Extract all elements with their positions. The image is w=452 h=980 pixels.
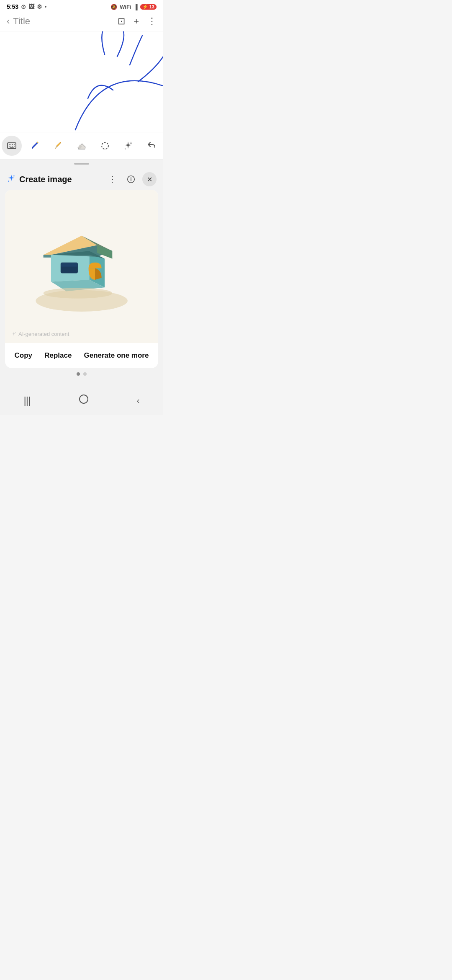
bottom-panel: Create image ⋮ ✕ <box>0 167 163 388</box>
screenshot-icon: ⊙ <box>21 3 26 10</box>
status-time: 5:53 <box>7 3 18 10</box>
ai-label: AI-generated content <box>18 331 69 337</box>
wifi-icon: WiFi <box>120 4 131 10</box>
eraser-tool[interactable] <box>72 136 92 156</box>
generated-image: AI-generated content <box>5 190 158 343</box>
header-right: ⊡ + ⋮ <box>118 16 157 27</box>
dot-2 <box>83 372 87 376</box>
panel-close-button[interactable]: ✕ <box>142 172 157 186</box>
panel-title-wrap: Create image <box>7 174 72 185</box>
image-card: AI-generated content Copy Replace Genera… <box>5 190 158 368</box>
copy-button[interactable]: Copy <box>15 351 33 360</box>
panel-actions: ⋮ ✕ <box>105 172 157 186</box>
svg-rect-17 <box>61 263 77 267</box>
replace-button[interactable]: Replace <box>44 351 72 360</box>
svg-point-11 <box>102 142 108 149</box>
panel-more-button[interactable]: ⋮ <box>105 172 120 186</box>
book-icon[interactable]: ⊡ <box>118 16 125 27</box>
page-title: Title <box>13 16 30 27</box>
more-icon[interactable]: ⋮ <box>147 16 157 27</box>
bottom-nav: ||| ‹ <box>0 388 163 415</box>
recents-button[interactable]: ||| <box>24 395 31 406</box>
panel-header: Create image ⋮ ✕ <box>5 167 158 190</box>
home-button[interactable] <box>78 393 90 407</box>
pen-tool[interactable] <box>25 136 45 156</box>
undo-tool[interactable] <box>141 136 162 156</box>
highlighter-tool[interactable] <box>48 136 68 156</box>
status-left: 5:53 ⊙ 🖼 ⚙ • <box>7 3 46 10</box>
mute-icon: 🔕 <box>110 4 117 10</box>
back-button[interactable]: ‹ <box>7 17 10 26</box>
header-left: ‹ Title <box>7 16 30 27</box>
dot-1 <box>77 372 80 376</box>
card-actions: Copy Replace Generate one more <box>5 343 158 368</box>
svg-rect-19 <box>80 395 88 403</box>
settings-icon-status: ⚙ <box>37 3 42 10</box>
lasso-tool[interactable] <box>95 136 115 156</box>
panel-sparkle-icon <box>7 174 16 185</box>
ai-watermark: AI-generated content <box>11 331 69 337</box>
canvas-area <box>0 31 163 132</box>
lightning-icon: ⚡ 13 <box>140 4 157 10</box>
app-header: ‹ Title ⊡ + ⋮ <box>0 12 163 31</box>
ai-sparkle-tool[interactable] <box>118 136 138 156</box>
generate-more-button[interactable]: Generate one more <box>84 351 149 360</box>
photo-icon: 🖼 <box>28 3 34 10</box>
dots-indicator <box>5 368 158 382</box>
dot-status: • <box>45 4 46 10</box>
drag-handle-wrap <box>0 160 163 167</box>
panel-title: Create image <box>19 175 72 184</box>
back-button-nav[interactable]: ‹ <box>137 396 140 405</box>
keyboard-tool[interactable] <box>2 136 22 156</box>
svg-point-14 <box>131 177 131 178</box>
signal-icon: ▐ <box>134 4 137 10</box>
add-icon[interactable]: + <box>134 16 139 27</box>
drag-handle[interactable] <box>74 163 89 165</box>
svg-point-18 <box>44 288 113 299</box>
panel-info-button[interactable] <box>124 172 138 186</box>
status-bar: 5:53 ⊙ 🖼 ⚙ • 🔕 WiFi ▐ ⚡ 13 <box>0 0 163 12</box>
status-right: 🔕 WiFi ▐ ⚡ 13 <box>110 4 157 10</box>
toolbar <box>0 132 163 160</box>
